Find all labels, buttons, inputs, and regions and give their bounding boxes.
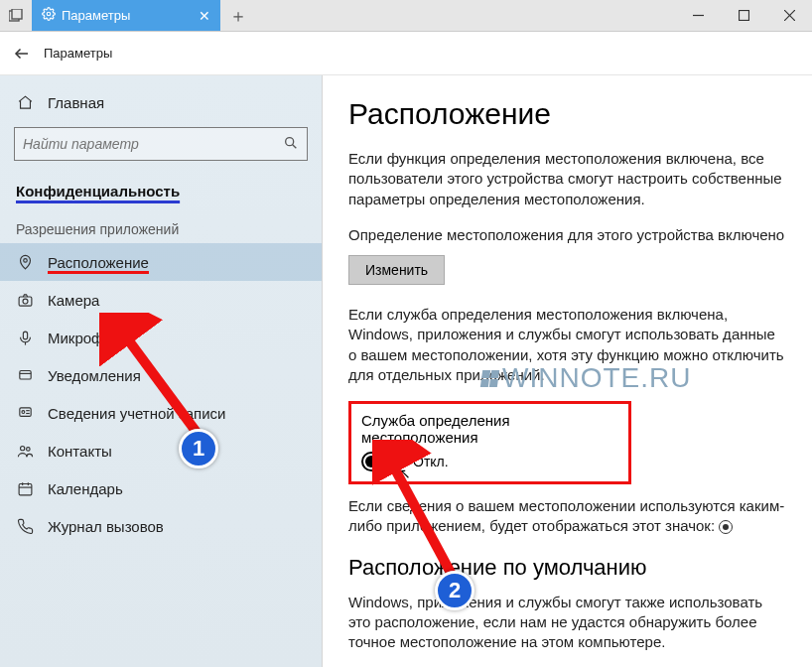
intro-text: Если функция определения местоположения … — [348, 149, 786, 209]
new-tab-button[interactable]: ＋ — [220, 0, 256, 31]
sidebar-item-label: Контакты — [48, 443, 112, 460]
location-icon — [16, 253, 34, 271]
sidebar-heading-privacy: Конфиденциальность — [0, 175, 322, 207]
window-controls — [675, 0, 812, 31]
sidebar-item-location[interactable]: Расположение — [0, 243, 322, 281]
home-icon — [16, 93, 34, 111]
location-service-toggle-block: Служба определения местоположения ↖ Откл… — [348, 401, 631, 484]
toggle-state-text: Откл. — [413, 454, 449, 469]
sidebar-item-notifications[interactable]: Уведомления — [0, 356, 322, 394]
gear-icon — [42, 7, 56, 24]
sidebar-item-label: Микрофон — [48, 330, 120, 346]
search-input[interactable] — [23, 136, 283, 152]
toggle-label: Служба определения местоположения — [361, 412, 618, 446]
cursor-icon: ↖ — [399, 466, 411, 481]
annotation-badge-2: 2 — [435, 571, 474, 610]
tab-close-icon[interactable]: ✕ — [199, 8, 210, 24]
camera-icon — [16, 291, 34, 309]
svg-point-10 — [23, 258, 27, 262]
sidebar-item-camera[interactable]: Камера — [0, 281, 322, 319]
sidebar-item-label: Расположение — [48, 254, 149, 271]
search-box[interactable] — [14, 127, 308, 161]
service-description: Если служба определения местоположения в… — [348, 305, 786, 385]
close-button[interactable] — [766, 0, 812, 31]
sidebar-subheading: Разрешения приложений — [0, 207, 322, 243]
device-location-status: Определение местоположения для этого уст… — [348, 225, 786, 245]
svg-point-18 — [21, 410, 24, 413]
location-usage-icon — [719, 520, 733, 534]
sidebar-item-label: Уведомления — [48, 367, 141, 384]
page-title: Расположение — [348, 97, 786, 131]
annotation-badge-1: 1 — [179, 429, 218, 468]
calendar-icon — [16, 479, 34, 497]
sidebar-item-label: Главная — [48, 94, 104, 111]
tab-label: Параметры — [62, 8, 130, 23]
back-button[interactable] — [0, 32, 44, 75]
change-button[interactable]: Изменить — [348, 255, 445, 285]
sidebar-item-home[interactable]: Главная — [0, 83, 322, 121]
svg-rect-15 — [19, 370, 30, 379]
sidebar-item-microphone[interactable]: Микрофон — [0, 319, 322, 356]
call-history-icon — [16, 517, 34, 535]
svg-rect-13 — [23, 332, 27, 339]
svg-point-2 — [47, 12, 51, 16]
sidebar-item-calendar[interactable]: Календарь — [0, 469, 322, 507]
svg-point-22 — [26, 447, 30, 451]
topbar: Параметры — [0, 32, 812, 75]
svg-rect-1 — [12, 9, 22, 19]
default-location-heading: Расположение по умолчанию — [348, 555, 786, 581]
sidebar: Главная Конфиденциальность Разрешения пр… — [0, 75, 323, 667]
maximize-button[interactable] — [721, 0, 766, 31]
sidebar-item-label: Камера — [48, 292, 99, 309]
active-tab[interactable]: Параметры ✕ — [32, 0, 220, 31]
svg-rect-11 — [19, 296, 32, 305]
sidebar-item-call-history[interactable]: Журнал вызовов — [0, 507, 322, 545]
svg-rect-23 — [19, 483, 32, 494]
svg-line-9 — [293, 144, 297, 148]
notification-icon — [16, 366, 34, 384]
taskview-icon[interactable] — [0, 0, 32, 31]
default-location-text: Windows, приложения и службы смогут такж… — [348, 593, 786, 653]
svg-rect-4 — [739, 11, 748, 21]
titlebar: Параметры ✕ ＋ — [0, 0, 812, 32]
svg-point-12 — [23, 299, 28, 304]
search-icon — [283, 135, 299, 154]
svg-point-8 — [286, 137, 294, 145]
location-service-toggle[interactable]: ↖ — [361, 452, 403, 471]
sidebar-item-contacts[interactable]: Контакты — [0, 432, 322, 469]
sidebar-item-label: Журнал вызовов — [48, 518, 164, 535]
sidebar-item-label: Сведения учетной записи — [48, 405, 226, 422]
usage-icon-text: Если сведения о вашем местоположении исп… — [348, 496, 786, 537]
contacts-icon — [16, 442, 34, 460]
account-icon — [16, 404, 34, 422]
sidebar-item-label: Календарь — [48, 480, 123, 497]
microphone-icon — [16, 329, 34, 346]
breadcrumb: Параметры — [44, 46, 112, 61]
sidebar-item-account[interactable]: Сведения учетной записи — [0, 394, 322, 432]
svg-point-21 — [20, 446, 24, 450]
minimize-button[interactable] — [675, 0, 721, 31]
content-pane: Расположение Если функция определения ме… — [323, 75, 812, 667]
